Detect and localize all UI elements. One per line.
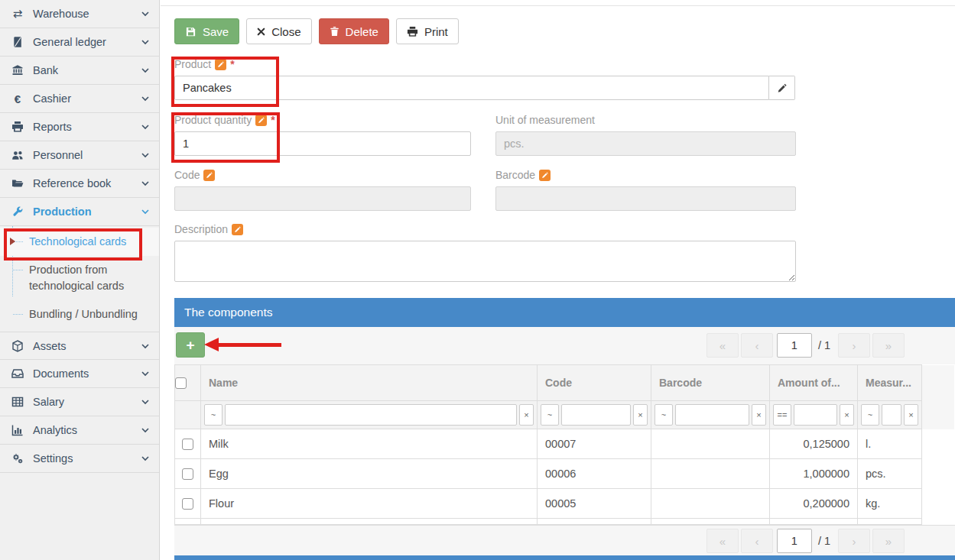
sidebar-item-reference-book[interactable]: Reference book [0, 170, 159, 198]
delete-button[interactable]: Delete [319, 18, 389, 44]
filter-operator-button[interactable]: ~ [204, 404, 223, 426]
sidebar-item-personnel[interactable]: Personnel [0, 141, 159, 170]
bank-icon [10, 64, 25, 76]
sidebar-item-label: Production from technological cards [29, 264, 124, 292]
floppy-icon [185, 26, 197, 37]
table-row[interactable]: Milk 00007 0,125000 l. [175, 429, 955, 459]
product-quantity-input[interactable] [174, 131, 471, 156]
edit-pencil-icon[interactable] [539, 170, 551, 181]
edit-pencil-icon[interactable] [255, 115, 267, 126]
select-all-checkbox[interactable] [175, 377, 187, 389]
sidebar-item-documents[interactable]: Documents [0, 360, 159, 388]
action-toolbar: Save Close Delete Print [174, 18, 459, 44]
clear-filter-button[interactable]: × [840, 404, 854, 426]
folder-open-icon [10, 177, 25, 189]
active-item-marker-icon [10, 238, 15, 245]
page-number-input[interactable] [777, 529, 812, 553]
prev-page-button[interactable]: ‹ [741, 333, 773, 358]
sidebar-item-reports[interactable]: Reports [0, 113, 159, 141]
components-panel-title: The components [184, 306, 272, 319]
cell-amount: 0,125000 [770, 429, 858, 459]
save-button[interactable]: Save [174, 18, 239, 44]
cell-measure: l. [858, 429, 922, 459]
sidebar-item-label: Bundling / Unbundling [29, 308, 138, 320]
table-header-row: Name Code Barcode Amount of... Measur... [175, 365, 955, 401]
sidebar-item-salary[interactable]: Salary [0, 388, 159, 416]
cube-icon [10, 340, 25, 352]
row-checkbox[interactable] [182, 468, 193, 480]
description-field-group: Description [174, 223, 796, 285]
production-submenu: Technological cards Production from tech… [0, 226, 159, 332]
prev-page-button[interactable]: ‹ [741, 529, 773, 553]
clear-filter-button[interactable]: × [904, 404, 918, 426]
printer-icon [407, 26, 418, 37]
sidebar-item-bundling-unbundling[interactable]: Bundling / Unbundling [0, 300, 159, 329]
print-button[interactable]: Print [396, 18, 459, 44]
measure-filter-input[interactable] [882, 404, 901, 426]
sidebar-item-analytics[interactable]: Analytics [0, 416, 159, 445]
name-filter-input[interactable] [225, 404, 517, 426]
components-panel: The components + « ‹ / 1 › » [174, 298, 955, 560]
add-component-button[interactable]: + [176, 332, 205, 358]
table-row-clipped [175, 519, 955, 525]
column-header-name: Name [201, 365, 538, 401]
first-page-button[interactable]: « [707, 529, 739, 553]
next-page-button[interactable]: › [838, 529, 870, 553]
product-quantity-field-group: Product quantity * [174, 114, 471, 156]
sidebar-item-label: General ledger [33, 36, 106, 48]
close-button-label: Close [271, 25, 300, 38]
first-page-button[interactable]: « [707, 333, 739, 358]
last-page-button[interactable]: » [872, 333, 905, 358]
components-footer: « ‹ / 1 › » [174, 525, 955, 555]
sidebar-item-label: Bank [33, 64, 58, 76]
amount-filter-input[interactable] [794, 404, 837, 426]
chevron-down-icon [141, 122, 150, 131]
table-row[interactable]: Flour 00005 0,200000 kg. [175, 489, 955, 519]
page-total-label: / 1 [818, 339, 830, 351]
ledger-book-icon [10, 36, 25, 48]
next-page-button[interactable]: › [838, 333, 870, 358]
bar-chart-icon [10, 424, 25, 436]
wrench-icon [10, 206, 25, 218]
product-edit-button[interactable] [769, 76, 795, 100]
cell-code: 00006 [538, 459, 651, 489]
sidebar-item-assets[interactable]: Assets [0, 332, 159, 360]
delete-button-label: Delete [346, 25, 378, 38]
last-page-button[interactable]: » [872, 529, 905, 553]
sidebar-item-production[interactable]: Production [0, 198, 159, 226]
edit-pencil-icon[interactable] [232, 224, 243, 235]
edit-pencil-icon[interactable] [203, 170, 215, 181]
main-content: Save Close Delete Print Product * [161, 0, 955, 560]
chevron-down-icon [141, 369, 150, 378]
description-textarea[interactable] [174, 241, 796, 282]
sidebar-item-bank[interactable]: Bank [0, 57, 159, 85]
chevron-down-icon [141, 397, 150, 406]
code-filter-input[interactable] [561, 404, 631, 426]
row-checkbox[interactable] [182, 439, 193, 450]
sidebar-item-production-from-technological-cards[interactable]: Production from technological cards [0, 256, 159, 300]
product-input[interactable] [174, 76, 769, 100]
chevron-down-icon [141, 9, 150, 18]
clear-filter-button[interactable]: × [633, 404, 648, 426]
sidebar-item-technological-cards[interactable]: Technological cards [0, 228, 159, 256]
clear-filter-button[interactable]: × [519, 404, 534, 426]
unit-of-measurement-input [495, 131, 796, 156]
barcode-filter-input[interactable] [675, 404, 749, 426]
table-row[interactable]: Egg 00006 1,000000 pcs. [175, 459, 955, 489]
sidebar-item-warehouse[interactable]: ⇄ Warehouse [0, 0, 159, 28]
sidebar-item-label: Warehouse [33, 8, 89, 20]
edit-pencil-icon[interactable] [215, 59, 226, 70]
cell-amount: 0,200000 [770, 489, 858, 519]
clear-filter-button[interactable]: × [752, 404, 766, 426]
components-pagination-bottom: « ‹ / 1 › » [707, 529, 905, 553]
filter-operator-button[interactable]: ~ [655, 404, 673, 426]
filter-operator-button[interactable]: == [773, 404, 791, 426]
sidebar-item-general-ledger[interactable]: General ledger [0, 28, 159, 57]
row-checkbox[interactable] [182, 498, 193, 510]
close-button[interactable]: Close [246, 18, 311, 44]
filter-operator-button[interactable]: ~ [541, 404, 559, 426]
page-number-input[interactable] [777, 333, 812, 358]
filter-operator-button[interactable]: ~ [861, 404, 879, 426]
sidebar-item-settings[interactable]: Settings [0, 445, 159, 473]
sidebar-item-cashier[interactable]: € Cashier [0, 85, 159, 113]
